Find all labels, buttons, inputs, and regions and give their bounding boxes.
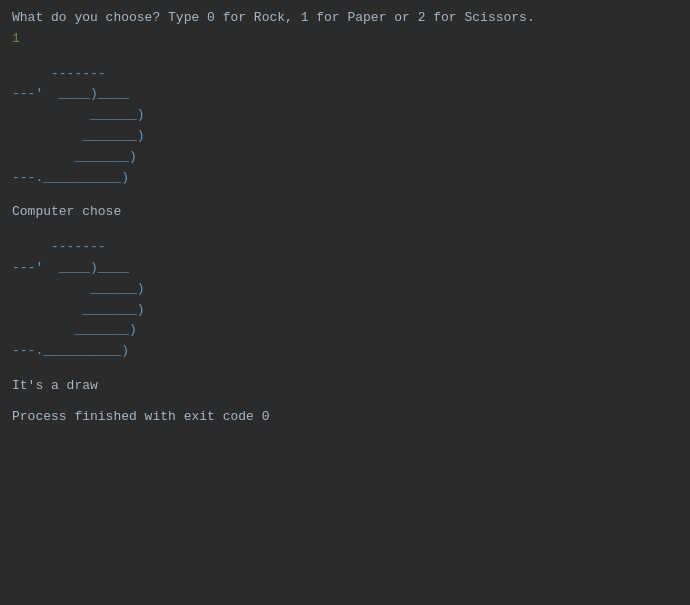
computer-label: Computer chose <box>12 202 678 223</box>
result-text: It's a draw <box>12 376 678 397</box>
exit-message: Process finished with exit code 0 <box>12 407 678 428</box>
user-input-display: 1 <box>12 29 678 50</box>
prompt-text: What do you choose? Type 0 for Rock, 1 f… <box>12 8 678 29</box>
player-ascii-art: ------- ---' ____)____ ______) _______) … <box>12 64 678 189</box>
terminal-window: What do you choose? Type 0 for Rock, 1 f… <box>12 8 678 428</box>
computer-ascii-art: ------- ---' ____)____ ______) _______) … <box>12 237 678 362</box>
